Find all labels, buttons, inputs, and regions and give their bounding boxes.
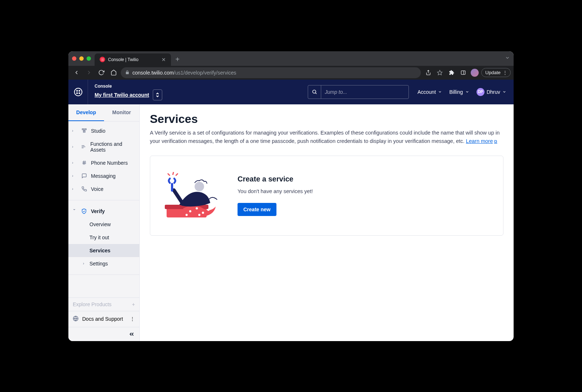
reload-button[interactable]: [96, 68, 106, 78]
sidebar-separator: [68, 200, 139, 200]
docs-label: Docs and Support: [82, 316, 123, 322]
docs-and-support[interactable]: Docs and Support ⋮: [68, 311, 139, 327]
sidebar-item-label: Studio: [91, 128, 105, 134]
sidebar-sub-services[interactable]: Services: [68, 244, 139, 257]
billing-menu[interactable]: Billing: [449, 89, 469, 95]
maximize-window-button[interactable]: [87, 56, 91, 61]
chevron-right-icon: ›: [72, 187, 76, 191]
tabs-overflow-button[interactable]: [505, 55, 510, 62]
sidebar-item-functions[interactable]: › Functions and Assets: [68, 137, 139, 156]
sidebar-item-label: Functions and Assets: [90, 141, 136, 153]
forward-button[interactable]: [84, 68, 94, 78]
illustration: [165, 172, 223, 219]
sidebar-sub-overview[interactable]: Overview: [68, 218, 139, 231]
svg-line-38: [176, 173, 178, 176]
account-name-link[interactable]: My first Twilio account: [95, 92, 149, 98]
update-button[interactable]: Update ⋮: [481, 68, 511, 77]
svg-rect-35: [171, 183, 173, 192]
empty-state-card: Create a service You don't have any serv…: [150, 156, 503, 236]
svg-point-3: [103, 60, 103, 60]
svg-marker-5: [437, 70, 442, 75]
svg-point-1: [103, 59, 103, 59]
sidebar-item-verify[interactable]: › Verify: [68, 205, 139, 218]
minimize-window-button[interactable]: [79, 56, 84, 61]
plus-icon: +: [132, 301, 135, 307]
chevron-right-icon: ›: [72, 145, 76, 149]
lock-icon: [125, 70, 129, 75]
sidebar-sub-tryit[interactable]: Try it out: [68, 231, 139, 244]
sidebar-item-studio[interactable]: › Studio: [68, 124, 139, 137]
explore-products[interactable]: Explore Products +: [68, 297, 139, 311]
svg-point-33: [198, 214, 200, 216]
tab-close-button[interactable]: ✕: [162, 57, 166, 63]
extensions-button[interactable]: [446, 68, 457, 78]
sidebar-item-messaging[interactable]: › Messaging: [68, 169, 139, 183]
svg-point-32: [186, 214, 188, 216]
new-tab-button[interactable]: +: [175, 53, 180, 66]
hash-icon: [81, 160, 87, 165]
account-menu[interactable]: Account: [418, 89, 442, 95]
svg-point-0: [101, 59, 102, 59]
svg-point-2: [101, 60, 102, 60]
svg-point-13: [312, 90, 316, 93]
address-bar[interactable]: console.twilio.com/us1/develop/verify/se…: [121, 67, 421, 78]
sidebar-item-label: Settings: [89, 261, 108, 267]
topnav: Console My first Twilio account Account: [68, 80, 514, 104]
svg-point-34: [195, 182, 204, 191]
share-button[interactable]: [423, 68, 433, 78]
sidebar-item-label: Messaging: [91, 173, 116, 179]
profile-avatar[interactable]: [470, 68, 480, 78]
card-body: Create a service You don't have any serv…: [238, 175, 313, 216]
svg-point-30: [202, 212, 204, 214]
svg-point-12: [78, 92, 80, 93]
sidebar-item-voice[interactable]: › Voice: [68, 183, 139, 196]
user-avatar: DP: [477, 88, 485, 96]
sidebar-item-label: Voice: [91, 186, 103, 192]
more-icon[interactable]: ⋮: [130, 316, 135, 322]
url-path: /us1/develop/verify/services: [174, 70, 236, 76]
sidebar: Develop Monitor › Studio › Functions and…: [68, 104, 140, 341]
browser-tab[interactable]: Console | Twilio ✕: [95, 53, 171, 66]
console-label: Console: [95, 84, 162, 89]
twilio-favicon: [100, 57, 105, 62]
globe-icon: [73, 316, 79, 323]
sidebar-list: › Studio › Functions and Assets › Phone …: [68, 121, 139, 282]
svg-point-29: [196, 207, 198, 209]
svg-point-31: [207, 209, 210, 211]
card-text: You don't have any services yet!: [238, 188, 313, 194]
close-window-button[interactable]: [72, 56, 76, 61]
learn-more-link[interactable]: Learn more⧉: [466, 138, 497, 144]
svg-point-9: [76, 90, 77, 91]
svg-point-8: [74, 88, 82, 96]
sidebar-sub-settings[interactable]: › Settings: [68, 257, 139, 270]
sidebar-item-label: Phone Numbers: [91, 160, 128, 166]
app-root: Console My first Twilio account Account: [68, 80, 514, 341]
chevron-right-icon: ›: [72, 129, 76, 133]
back-button[interactable]: [71, 68, 81, 78]
account-switcher-button[interactable]: [153, 89, 162, 100]
panel-button[interactable]: [458, 68, 468, 78]
svg-line-14: [315, 93, 316, 94]
voice-icon: [81, 186, 87, 192]
tab-monitor[interactable]: Monitor: [104, 104, 140, 121]
twilio-logo[interactable]: [68, 80, 88, 104]
chevron-right-icon: ›: [72, 161, 76, 165]
sidebar-tabs: Develop Monitor: [68, 104, 139, 121]
sidebar-separator: [68, 275, 139, 275]
search-button[interactable]: [308, 85, 321, 99]
verify-icon: [81, 208, 87, 214]
collapse-sidebar-button[interactable]: [68, 327, 139, 341]
app-body: Develop Monitor › Studio › Functions and…: [68, 104, 514, 341]
svg-rect-16: [84, 129, 86, 130]
user-menu[interactable]: DP Dhruv: [477, 88, 506, 96]
create-new-button[interactable]: Create new: [238, 203, 276, 216]
home-button[interactable]: [108, 68, 119, 78]
sidebar-item-phone-numbers[interactable]: › Phone Numbers: [68, 156, 139, 169]
page-title: Services: [150, 112, 503, 126]
functions-icon: [80, 144, 87, 149]
svg-rect-15: [82, 129, 83, 130]
tab-develop[interactable]: Develop: [68, 104, 104, 121]
svg-line-36: [173, 172, 174, 175]
search-input[interactable]: [321, 89, 408, 95]
bookmark-button[interactable]: [435, 68, 445, 78]
